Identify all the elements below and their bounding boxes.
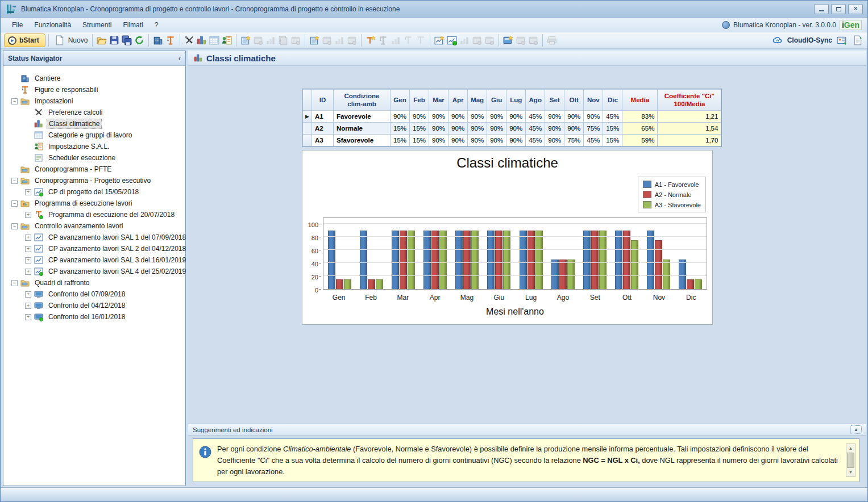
tree-item-cp-di-progetto-del-15-05-2018[interactable]: +CP di progetto del 15/05/2018 bbox=[3, 186, 185, 198]
expand-node-icon[interactable]: + bbox=[25, 269, 31, 275]
tree-item-cronoprogramma-progetto-esecutivo[interactable]: −Cronoprogramma - Progetto esecutivo bbox=[3, 175, 185, 186]
tree-item-controllo-avanzamento-lavori[interactable]: −Controllo avanzamento lavori bbox=[3, 220, 185, 232]
cell-month-value[interactable]: 90% bbox=[468, 111, 487, 123]
cell-month-value[interactable]: 90% bbox=[584, 111, 603, 123]
classi-icon[interactable] bbox=[196, 34, 208, 47]
tree-item-impostazione-s-a-l-[interactable]: Impostazione S.A.L. bbox=[3, 141, 185, 152]
sal-icon[interactable] bbox=[221, 34, 233, 47]
cell-id[interactable]: A1 bbox=[312, 111, 334, 123]
cell-month-value[interactable]: 90% bbox=[487, 135, 506, 147]
collapse-node-icon[interactable]: − bbox=[11, 178, 18, 184]
tree-item-cp-avanzamento-lavori-sal-1-del-07-09-20[interactable]: +CP avanzamento lavori SAL 1 del 07/09/2… bbox=[3, 232, 185, 243]
expand-node-icon[interactable]: + bbox=[25, 212, 31, 218]
tree-item-quadri-di-raffronto[interactable]: −Quadri di raffronto bbox=[3, 277, 185, 288]
cell-condizione[interactable]: Sfavorevole bbox=[334, 135, 391, 147]
row-selector-cell[interactable]: ▶ bbox=[303, 111, 312, 123]
row-selector-cell[interactable] bbox=[303, 123, 312, 135]
new-programma-icon[interactable] bbox=[364, 34, 377, 47]
tree-item-figure-e-responsabili[interactable]: Figure e responsabili bbox=[3, 84, 185, 95]
contacts-icon[interactable] bbox=[836, 34, 848, 47]
menu-item-strumenti[interactable]: Strumenti bbox=[77, 19, 117, 31]
tree-item-cp-avanzamento-lavori-sal-4-del-25-02-20[interactable]: +CP avanzamento lavori SAL 4 del 25/02/2… bbox=[3, 266, 185, 277]
cell-media[interactable]: 83% bbox=[622, 111, 658, 123]
cell-month-value[interactable]: 15% bbox=[410, 135, 429, 147]
expand-node-icon[interactable]: + bbox=[25, 291, 31, 298]
menu-item-filmati[interactable]: Filmati bbox=[117, 19, 148, 31]
tree-item-cronoprogramma-pfte[interactable]: Cronoprogramma - PFTE bbox=[3, 164, 185, 175]
cell-month-value[interactable]: 90% bbox=[564, 111, 584, 123]
cell-month-value[interactable]: 90% bbox=[545, 135, 564, 147]
cell-condizione[interactable]: Normale bbox=[334, 123, 391, 135]
suggestions-collapse-button[interactable]: ▲ bbox=[850, 425, 862, 434]
suggestions-scrollbar[interactable]: ▲ ▼ bbox=[846, 444, 855, 477]
cell-month-value[interactable]: 45% bbox=[526, 123, 545, 135]
row-selector-cell[interactable] bbox=[303, 135, 312, 147]
cell-month-value[interactable]: 90% bbox=[410, 111, 429, 123]
close-button[interactable]: ✕ bbox=[848, 4, 863, 14]
cell-month-value[interactable]: 90% bbox=[487, 123, 506, 135]
expand-node-icon[interactable]: + bbox=[25, 189, 31, 195]
cell-month-value[interactable]: 45% bbox=[526, 135, 545, 147]
cell-condizione[interactable]: Favorevole bbox=[334, 111, 391, 123]
cell-month-value[interactable]: 90% bbox=[429, 123, 448, 135]
collapse-node-icon[interactable]: − bbox=[11, 280, 18, 286]
expand-node-icon[interactable]: + bbox=[25, 246, 31, 252]
preferenze-icon[interactable] bbox=[183, 34, 196, 47]
cell-coefficiente[interactable]: 1,21 bbox=[658, 111, 721, 123]
cell-month-value[interactable]: 15% bbox=[410, 123, 429, 135]
cell-month-value[interactable]: 45% bbox=[584, 135, 603, 147]
tree-item-scheduler-esecuzione[interactable]: Scheduler esecuzione bbox=[3, 152, 185, 164]
tree-item-cp-avanzamento-lavori-sal-3-del-16-01-20[interactable]: +CP avanzamento lavori SAL 3 del 16/01/2… bbox=[3, 254, 185, 266]
cell-month-value[interactable]: 90% bbox=[429, 111, 448, 123]
categorie-icon[interactable] bbox=[208, 34, 221, 47]
cell-month-value[interactable]: 15% bbox=[603, 135, 622, 147]
table-row-a2[interactable]: A2Normale15%15%90%90%90%90%90%45%90%90%7… bbox=[303, 123, 721, 135]
sidebar-collapse-button[interactable]: ‹ bbox=[178, 54, 181, 62]
collapse-node-icon[interactable]: − bbox=[11, 223, 18, 229]
table-row-a1[interactable]: ▶A1Favorevole90%90%90%90%90%90%90%45%90%… bbox=[303, 111, 721, 123]
new-confronto-icon[interactable] bbox=[502, 34, 514, 47]
cell-month-value[interactable]: 75% bbox=[584, 123, 603, 135]
cell-month-value[interactable]: 90% bbox=[448, 135, 468, 147]
refresh-icon[interactable] bbox=[133, 34, 146, 47]
bstart-button[interactable]: ▸ bStart bbox=[4, 34, 45, 47]
cell-month-value[interactable]: 90% bbox=[545, 123, 564, 135]
minimize-button[interactable] bbox=[814, 4, 829, 14]
expand-node-icon[interactable]: + bbox=[25, 257, 31, 263]
cantiere-icon[interactable] bbox=[152, 34, 164, 47]
cell-month-value[interactable]: 75% bbox=[564, 135, 584, 147]
tree-item-confronto-del-07-09-2018[interactable]: +Confronto del 07/09/2018 bbox=[3, 288, 185, 300]
cloud-sync-icon[interactable] bbox=[771, 34, 784, 47]
expand-node-icon[interactable]: + bbox=[25, 235, 31, 241]
sal-current-icon[interactable] bbox=[446, 34, 458, 47]
menu-item-file[interactable]: File bbox=[6, 19, 28, 31]
tree-item-cp-avanzamento-lavori-sal-2-del-04-12-20[interactable]: +CP avanzamento lavori SAL 2 del 04/12/2… bbox=[3, 243, 185, 254]
figure-icon[interactable] bbox=[164, 34, 177, 47]
report-export-icon[interactable] bbox=[852, 34, 864, 47]
expand-node-icon[interactable]: + bbox=[25, 314, 31, 320]
menu-item-?[interactable]: ? bbox=[149, 19, 164, 31]
open-folder-icon[interactable] bbox=[95, 34, 108, 47]
cell-month-value[interactable]: 90% bbox=[448, 123, 468, 135]
collapse-node-icon[interactable]: − bbox=[11, 98, 18, 104]
tree-item-programma-di-esecuzione-del-20-07-2018[interactable]: +Programma di esecuzione del 20/07/2018 bbox=[3, 209, 185, 220]
cell-month-value[interactable]: 90% bbox=[468, 123, 487, 135]
tree-item-programma-di-esecuzione-lavori[interactable]: −Programma di esecuzione lavori bbox=[3, 198, 185, 209]
cell-month-value[interactable]: 90% bbox=[429, 135, 448, 147]
tree-item-classi-climatiche[interactable]: Classi climatiche bbox=[3, 118, 185, 129]
new-cp-icon[interactable] bbox=[239, 34, 252, 47]
tree-item-categorie-e-gruppi-di-lavoro[interactable]: Categorie e gruppi di lavoro bbox=[3, 129, 185, 141]
cell-month-value[interactable]: 90% bbox=[448, 111, 468, 123]
tree-item-cantiere[interactable]: Cantiere bbox=[3, 73, 185, 84]
cell-media[interactable]: 65% bbox=[622, 123, 658, 135]
scroll-down-icon[interactable]: ▼ bbox=[849, 468, 853, 476]
cell-month-value[interactable]: 90% bbox=[564, 123, 584, 135]
tree-item-preferenze-calcoli[interactable]: Preferenze calcoli bbox=[3, 107, 185, 118]
nuovo-button[interactable]: Nuovo bbox=[52, 33, 90, 48]
expand-node-icon[interactable]: + bbox=[25, 303, 31, 309]
save-icon[interactable] bbox=[108, 34, 121, 47]
tree-item-confronto-del-04-12-2018[interactable]: +Confronto del 04/12/2018 bbox=[3, 300, 185, 311]
cell-id[interactable]: A3 bbox=[312, 135, 334, 147]
cell-coefficiente[interactable]: 1,70 bbox=[658, 135, 721, 147]
tree-item-confronto-del-16-01-2018[interactable]: +Confronto del 16/01/2018 bbox=[3, 311, 185, 323]
